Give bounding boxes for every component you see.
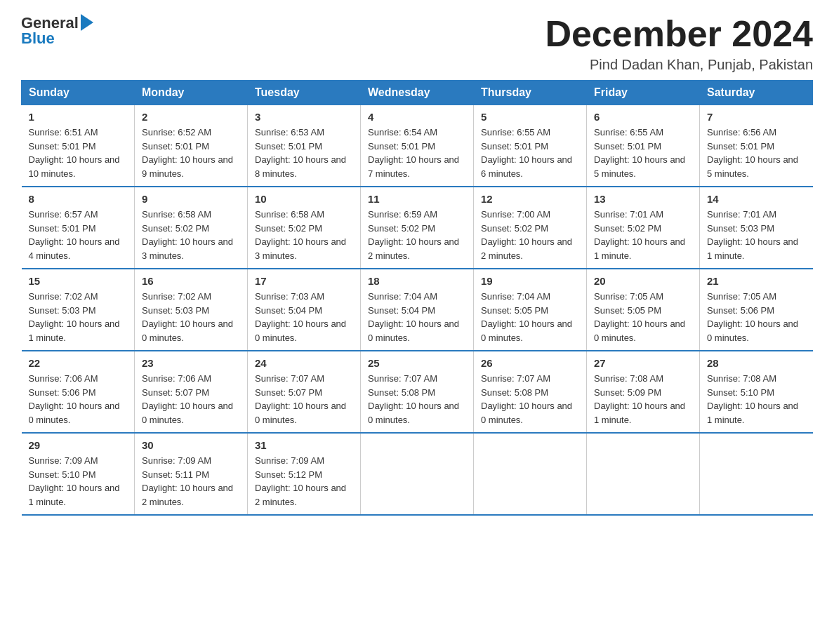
sunset-text: Sunset: 5:03 PM [29,305,96,316]
sunrise-text: Sunrise: 7:09 AM [29,455,98,466]
sunrise-text: Sunrise: 7:00 AM [481,209,550,220]
daylight-text: Daylight: 10 hours and 10 minutes. [29,154,120,179]
day-info: Sunrise: 7:05 AM Sunset: 5:05 PM Dayligh… [594,290,692,344]
col-sunday: Sunday [22,81,135,105]
day-number: 18 [368,275,466,287]
day-info: Sunrise: 6:57 AM Sunset: 5:01 PM Dayligh… [29,208,128,262]
day-number: 12 [481,193,579,205]
day-info: Sunrise: 7:07 AM Sunset: 5:08 PM Dayligh… [481,372,579,427]
sunrise-text: Sunrise: 7:07 AM [255,373,324,384]
day-info: Sunrise: 7:09 AM Sunset: 5:12 PM Dayligh… [255,454,353,509]
daylight-text: Daylight: 10 hours and 0 minutes. [481,318,572,343]
sunset-text: Sunset: 5:03 PM [142,305,209,316]
sunset-text: Sunset: 5:05 PM [481,305,548,316]
day-number: 31 [255,439,353,451]
table-row: 7 Sunrise: 6:56 AM Sunset: 5:01 PM Dayli… [700,105,813,187]
calendar-week-row: 22 Sunrise: 7:06 AM Sunset: 5:06 PM Dayl… [22,351,813,433]
table-row: 24 Sunrise: 7:07 AM Sunset: 5:07 PM Dayl… [248,351,361,433]
daylight-text: Daylight: 10 hours and 3 minutes. [255,236,346,261]
day-number: 26 [481,357,579,369]
table-row: 28 Sunrise: 7:08 AM Sunset: 5:10 PM Dayl… [700,351,813,433]
table-row: 15 Sunrise: 7:02 AM Sunset: 5:03 PM Dayl… [22,269,135,351]
sunrise-text: Sunrise: 6:59 AM [368,209,437,220]
col-saturday: Saturday [700,81,813,105]
sunrise-text: Sunrise: 6:58 AM [255,209,324,220]
day-number: 27 [594,357,692,369]
day-info: Sunrise: 7:09 AM Sunset: 5:10 PM Dayligh… [29,454,128,509]
sunrise-text: Sunrise: 7:06 AM [142,373,211,384]
day-info: Sunrise: 6:55 AM Sunset: 5:01 PM Dayligh… [594,126,692,180]
day-number: 15 [29,275,128,287]
daylight-text: Daylight: 10 hours and 1 minute. [594,236,685,261]
day-number: 14 [707,193,806,205]
table-row: 12 Sunrise: 7:00 AM Sunset: 5:02 PM Dayl… [474,187,587,269]
day-info: Sunrise: 6:59 AM Sunset: 5:02 PM Dayligh… [368,208,466,262]
day-info: Sunrise: 6:51 AM Sunset: 5:01 PM Dayligh… [29,126,128,180]
sunset-text: Sunset: 5:01 PM [255,141,322,152]
daylight-text: Daylight: 10 hours and 0 minutes. [594,318,685,343]
table-row: 4 Sunrise: 6:54 AM Sunset: 5:01 PM Dayli… [361,105,474,187]
calendar-week-row: 29 Sunrise: 7:09 AM Sunset: 5:10 PM Dayl… [22,433,813,515]
table-row: 17 Sunrise: 7:03 AM Sunset: 5:04 PM Dayl… [248,269,361,351]
sunrise-text: Sunrise: 7:04 AM [481,291,550,302]
sunrise-text: Sunrise: 6:53 AM [255,127,324,137]
day-number: 6 [594,111,692,123]
day-info: Sunrise: 6:53 AM Sunset: 5:01 PM Dayligh… [255,126,353,180]
day-number: 11 [368,193,466,205]
day-number: 21 [707,275,806,287]
sunrise-text: Sunrise: 7:07 AM [481,373,550,384]
sunrise-text: Sunrise: 6:55 AM [481,127,550,137]
daylight-text: Daylight: 10 hours and 9 minutes. [142,154,233,179]
table-row: 22 Sunrise: 7:06 AM Sunset: 5:06 PM Dayl… [22,351,135,433]
day-info: Sunrise: 7:03 AM Sunset: 5:04 PM Dayligh… [255,290,353,344]
sunrise-text: Sunrise: 7:08 AM [594,373,663,384]
sunset-text: Sunset: 5:02 PM [481,223,548,234]
table-row: 21 Sunrise: 7:05 AM Sunset: 5:06 PM Dayl… [700,269,813,351]
day-number: 28 [707,357,806,369]
table-row: 6 Sunrise: 6:55 AM Sunset: 5:01 PM Dayli… [587,105,700,187]
sunset-text: Sunset: 5:02 PM [368,223,435,234]
day-info: Sunrise: 7:08 AM Sunset: 5:09 PM Dayligh… [594,372,692,427]
sunrise-text: Sunrise: 6:55 AM [594,127,663,137]
logo-blue-text: Blue [21,29,55,48]
day-info: Sunrise: 7:05 AM Sunset: 5:06 PM Dayligh… [707,290,806,344]
sunset-text: Sunset: 5:01 PM [481,141,548,152]
day-number: 8 [29,193,128,205]
sunrise-text: Sunrise: 7:09 AM [142,455,211,466]
sunset-text: Sunset: 5:01 PM [29,223,96,234]
daylight-text: Daylight: 10 hours and 0 minutes. [29,401,120,425]
day-info: Sunrise: 7:04 AM Sunset: 5:04 PM Dayligh… [368,290,466,344]
page-header: General Blue December 2024 Pind Dadan Kh… [21,14,813,73]
table-row: 30 Sunrise: 7:09 AM Sunset: 5:11 PM Dayl… [135,433,248,515]
sunset-text: Sunset: 5:01 PM [142,141,209,152]
day-number: 16 [142,275,240,287]
sunrise-text: Sunrise: 7:06 AM [29,373,98,384]
col-wednesday: Wednesday [361,81,474,105]
day-number: 20 [594,275,692,287]
sunset-text: Sunset: 5:06 PM [29,387,96,398]
col-tuesday: Tuesday [248,81,361,105]
sunset-text: Sunset: 5:04 PM [255,305,322,316]
day-info: Sunrise: 7:01 AM Sunset: 5:03 PM Dayligh… [707,208,806,262]
table-row: 26 Sunrise: 7:07 AM Sunset: 5:08 PM Dayl… [474,351,587,433]
day-number: 3 [255,111,353,123]
sunrise-text: Sunrise: 7:01 AM [594,209,663,220]
sunset-text: Sunset: 5:08 PM [481,387,548,398]
day-number: 5 [481,111,579,123]
table-row [700,433,813,515]
daylight-text: Daylight: 10 hours and 2 minutes. [255,483,346,507]
day-info: Sunrise: 7:07 AM Sunset: 5:07 PM Dayligh… [255,372,353,427]
table-row: 25 Sunrise: 7:07 AM Sunset: 5:08 PM Dayl… [361,351,474,433]
day-number: 4 [368,111,466,123]
day-info: Sunrise: 7:02 AM Sunset: 5:03 PM Dayligh… [142,290,240,344]
sunrise-text: Sunrise: 6:56 AM [707,127,776,137]
table-row: 11 Sunrise: 6:59 AM Sunset: 5:02 PM Dayl… [361,187,474,269]
day-info: Sunrise: 7:00 AM Sunset: 5:02 PM Dayligh… [481,208,579,262]
sunset-text: Sunset: 5:09 PM [594,387,661,398]
table-row: 5 Sunrise: 6:55 AM Sunset: 5:01 PM Dayli… [474,105,587,187]
day-number: 2 [142,111,240,123]
daylight-text: Daylight: 10 hours and 4 minutes. [29,236,120,261]
sunset-text: Sunset: 5:02 PM [142,223,209,234]
sunrise-text: Sunrise: 7:03 AM [255,291,324,302]
sunrise-text: Sunrise: 7:05 AM [594,291,663,302]
